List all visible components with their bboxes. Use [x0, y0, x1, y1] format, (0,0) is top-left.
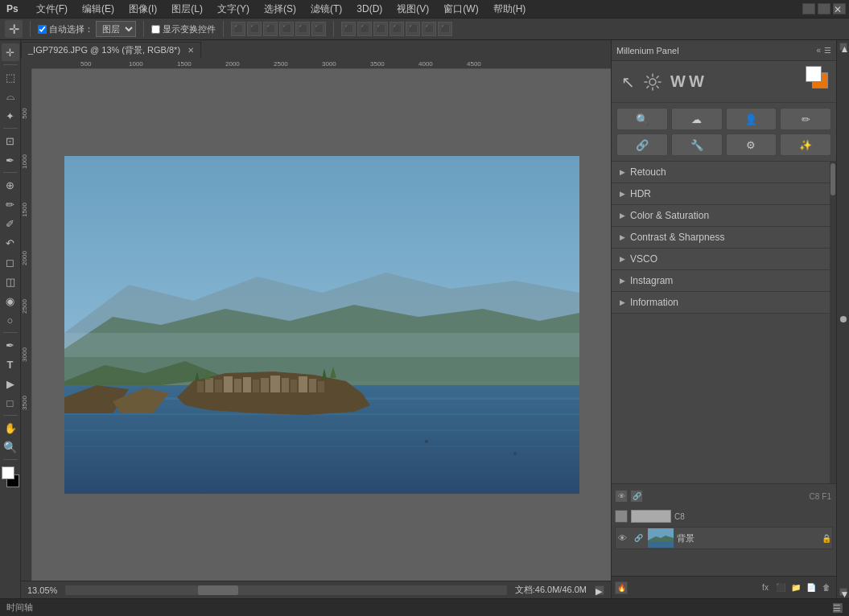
mill-link-btn[interactable]: 🔗 [616, 133, 668, 156]
window-close-btn[interactable]: ✕ [833, 3, 846, 14]
zoom-tool[interactable]: 🔍 [2, 438, 19, 456]
mill-sparkle-btn[interactable]: ✨ [780, 133, 831, 156]
fire-icon[interactable]: 🔥 [615, 581, 628, 594]
auto-select-checkbox[interactable] [38, 25, 47, 34]
mill-cloud-btn[interactable]: ☁ [671, 108, 723, 130]
align-left-icon[interactable]: ⬛ [231, 22, 245, 36]
align-center-icon[interactable]: ⬛ [247, 22, 262, 36]
healing-brush-tool[interactable]: ⊕ [2, 176, 19, 194]
align-bottom-icon[interactable]: ⬛ [311, 22, 326, 36]
dist-right-icon[interactable]: ⬛ [373, 22, 388, 36]
right-scroll-up[interactable]: ▲ [839, 43, 847, 51]
group-btn[interactable]: 📁 [789, 581, 802, 594]
selection-tool[interactable]: ⬚ [2, 68, 19, 86]
fx-btn[interactable]: fx [759, 581, 772, 594]
document-tab[interactable]: _IGP7926.JPG @ 13% (背景, RGB/8*) ✕ [21, 42, 201, 58]
menu-layer[interactable]: 图层(L) [168, 1, 206, 18]
scroll-bar-h[interactable] [65, 585, 506, 595]
panel-scrollbar[interactable] [830, 162, 836, 483]
menu-window[interactable]: 窗口(W) [440, 1, 481, 18]
section-hdr-header[interactable]: ▶ HDR [612, 183, 830, 204]
panel-sections-container: ▶ Retouch ▶ HDR ▶ Color & Satura [612, 162, 836, 483]
menu-select[interactable]: 选择(S) [261, 1, 299, 18]
layers-link-btn[interactable]: 🔗 [630, 490, 643, 503]
right-panel: Millenium Panel « ☰ ↖ WW [611, 40, 836, 598]
hand-tool[interactable]: ✋ [2, 419, 19, 437]
right-scroll-down[interactable]: ▼ [839, 588, 847, 596]
section-color-header[interactable]: ▶ Color & Saturation [612, 205, 830, 226]
brush-tool[interactable]: ✏ [2, 195, 19, 213]
clone-stamp-tool[interactable]: ✐ [2, 215, 19, 232]
right-scroll-thumb[interactable] [840, 316, 847, 322]
mill-person-btn[interactable]: 👤 [726, 108, 777, 130]
align-middle-icon[interactable]: ⬛ [295, 22, 310, 36]
mill-edit-btn[interactable]: ✏ [780, 108, 831, 130]
dist-top-icon[interactable]: ⬛ [389, 22, 404, 36]
path-selection-tool[interactable]: ▶ [2, 375, 19, 392]
lasso-tool[interactable]: ⌓ [2, 88, 19, 105]
canvas-viewport[interactable] [32, 69, 611, 581]
dist-middle-icon[interactable]: ⬛ [406, 22, 420, 36]
align-top-icon[interactable]: ⬛ [279, 22, 294, 36]
dist-extra-icon[interactable]: ⬛ [438, 22, 452, 36]
canvas-menu-btn[interactable]: ▶ [595, 585, 604, 595]
mill-zoom-btn[interactable]: 🔍 [616, 108, 668, 130]
window-minimize-btn[interactable] [802, 3, 815, 14]
section-contrast-header[interactable]: ▶ Contrast & Sharpness [612, 227, 830, 248]
delete-layer-btn[interactable]: 🗑 [820, 581, 833, 594]
panel-color-swatches [806, 66, 830, 90]
menu-help[interactable]: 帮助(H) [490, 1, 530, 18]
dist-left-icon[interactable]: ⬛ [341, 22, 356, 36]
section-instagram-header[interactable]: ▶ Instagram [612, 270, 830, 291]
layer-visibility-eye[interactable]: 👁 [616, 528, 629, 548]
menu-3d[interactable]: 3D(D) [353, 2, 385, 16]
section-instagram: ▶ Instagram [612, 270, 830, 292]
align-right-icon[interactable]: ⬛ [263, 22, 278, 36]
panel-fg-swatch[interactable] [806, 66, 822, 82]
menu-filter[interactable]: 滤镜(T) [307, 1, 345, 18]
menu-image[interactable]: 图像(I) [126, 1, 160, 18]
section-retouch-header[interactable]: ▶ Retouch [612, 162, 830, 183]
menu-type[interactable]: 文字(Y) [214, 1, 253, 18]
pen-tool[interactable]: ✒ [2, 336, 19, 354]
section-information-header[interactable]: ▶ Information [612, 292, 830, 313]
mask-btn[interactable]: ⬛ [774, 581, 787, 594]
blur-tool[interactable]: ◉ [2, 292, 19, 310]
quick-select-tool[interactable]: ✦ [2, 107, 19, 125]
dodge-tool[interactable]: ○ [2, 311, 19, 329]
panel-collapse-btn[interactable]: « [816, 46, 821, 55]
layers-eye-btn[interactable]: 👁 [615, 490, 628, 503]
menu-view[interactable]: 视图(V) [394, 1, 432, 18]
section-information: ▶ Information [612, 292, 830, 314]
status-menu-btn[interactable]: ☰ [833, 603, 843, 613]
section-vsco-header[interactable]: ▶ VSCO [612, 248, 830, 269]
tab-close-btn[interactable]: ✕ [188, 46, 194, 55]
scroll-thumb-h[interactable] [198, 585, 238, 595]
mill-settings-btn[interactable]: ⚙ [726, 133, 777, 156]
crop-tool[interactable]: ⊡ [2, 132, 19, 150]
layer-expand-btn[interactable]: C8 [810, 492, 820, 501]
layer-options-btn[interactable]: F1 [822, 492, 831, 501]
move-tool-options[interactable]: ✛ [5, 20, 23, 38]
dist-bottom-icon[interactable]: ⬛ [422, 22, 436, 36]
panel-scroll-thumb[interactable] [830, 163, 835, 195]
eraser-tool[interactable]: ◻ [2, 253, 19, 271]
new-layer-btn[interactable]: 📄 [805, 581, 818, 594]
layer-row-background[interactable]: 👁 🔗 背景 🔒 [615, 527, 833, 549]
layer-dropdown[interactable]: 图层 [96, 21, 136, 37]
menu-file[interactable]: 文件(F) [33, 1, 71, 18]
foreground-color[interactable] [2, 466, 14, 479]
dist-center-icon[interactable]: ⬛ [357, 22, 372, 36]
mill-tool-btn[interactable]: 🔧 [671, 133, 723, 156]
type-tool[interactable]: T [2, 355, 19, 373]
shape-tool[interactable]: □ [2, 394, 19, 412]
history-brush-tool[interactable]: ↶ [2, 234, 19, 252]
gradient-tool[interactable]: ◫ [2, 273, 19, 290]
eyedropper-tool[interactable]: ✒ [2, 151, 19, 169]
window-maximize-btn[interactable] [818, 3, 830, 14]
layers-controls-left: 👁 🔗 [615, 490, 643, 503]
move-tool[interactable]: ✛ [2, 43, 19, 61]
menu-edit[interactable]: 编辑(E) [79, 1, 117, 18]
panel-menu-btn[interactable]: ☰ [824, 46, 831, 55]
transform-controls-checkbox[interactable] [151, 25, 160, 34]
